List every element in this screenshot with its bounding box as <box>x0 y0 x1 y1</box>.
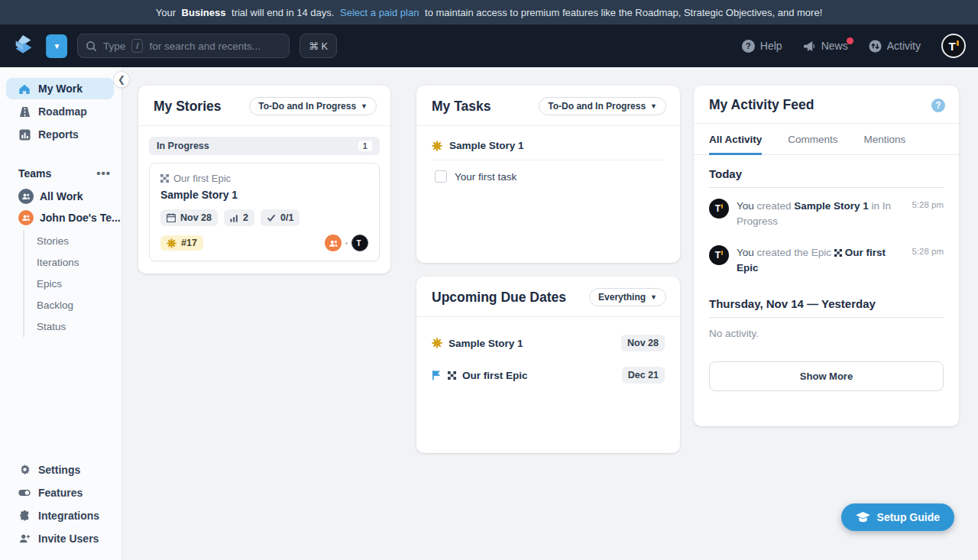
points-value: 2 <box>243 212 248 223</box>
caret-down-icon: ▼ <box>650 102 657 110</box>
house-icon <box>18 83 31 95</box>
tasks-value: 0/1 <box>280 212 293 223</box>
story-id-badge[interactable]: #17 <box>160 235 203 251</box>
banner-text-mid: trial will end in 14 days. <box>228 7 337 18</box>
sidebar-item-john-does-team[interactable]: John Doe's Te... <box>0 207 121 228</box>
my-tasks-card: My Tasks To-Do and In Progress ▼ Sample … <box>416 86 680 263</box>
setup-guide-button[interactable]: Setup Guide <box>841 503 954 531</box>
news-menu[interactable]: News <box>803 40 848 52</box>
megaphone-icon <box>803 40 816 52</box>
activity-menu[interactable]: Activity <box>869 40 921 53</box>
due-dates-header: Upcoming Due Dates Everything ▼ <box>416 277 680 317</box>
tasks-chip[interactable]: 0/1 <box>261 209 300 226</box>
sidebar-item-reports[interactable]: Reports <box>6 124 114 145</box>
due-row-label: Our first Epic <box>462 370 528 381</box>
story-icon <box>432 338 442 348</box>
card-title: My Stories <box>154 99 222 115</box>
avatar-accent-mark <box>957 40 959 46</box>
shortcut-logo-icon[interactable] <box>12 34 35 58</box>
toggle-icon <box>18 489 31 497</box>
in-progress-group-header[interactable]: In Progress 1 <box>149 137 380 155</box>
dashboard-main: My Stories To-Do and In Progress ▼ In Pr… <box>122 67 978 560</box>
feed-subject-link[interactable]: Sample Story 1 <box>794 200 869 212</box>
user-avatar[interactable]: T <box>941 34 966 58</box>
top-navbar: Create Story ▼ Type / for search and rec… <box>0 24 978 67</box>
story-epic-line: Our first Epic <box>160 173 368 184</box>
help-menu[interactable]: ? Help <box>742 40 782 53</box>
all-work-avatar <box>18 189 34 204</box>
select-paid-plan-link[interactable]: Select a paid plan <box>340 7 419 18</box>
tasks-filter-dropdown[interactable]: To-Do and In Progress ▼ <box>539 97 666 115</box>
tasks-body: Sample Story 1 Your first task <box>416 126 680 196</box>
due-date-badge: Dec 21 <box>622 367 665 384</box>
search-icon <box>86 40 97 52</box>
tab-comments[interactable]: Comments <box>788 124 837 155</box>
no-activity-text: No activity. <box>709 318 944 349</box>
sidebar-item-label: Reports <box>38 128 79 141</box>
team-links-list: Stories Iterations Epics Backlog Status <box>23 230 121 337</box>
group-label: In Progress <box>157 141 209 151</box>
feed-avatar: T <box>709 245 729 265</box>
my-stories-header: My Stories To-Do and In Progress ▼ <box>138 86 390 126</box>
team-avatar <box>18 210 34 225</box>
my-tasks-header: My Tasks To-Do and In Progress ▼ <box>416 86 680 126</box>
teams-more-icon[interactable]: ••• <box>96 167 111 180</box>
feed-actor: You <box>737 247 754 258</box>
epic-icon <box>160 174 169 183</box>
feed-item[interactable]: T You created Sample Story 1 in In Progr… <box>709 188 944 235</box>
sidebar-item-integrations[interactable]: Integrations <box>6 505 114 526</box>
sidebar-item-stories[interactable]: Stories <box>24 230 121 251</box>
due-row-story[interactable]: Sample Story 1 Nov 28 <box>432 327 665 359</box>
avatar-initial: T <box>356 239 361 248</box>
due-row-epic[interactable]: Our first Epic Dec 21 <box>432 359 665 391</box>
sidebar-collapse-button[interactable]: ❮ <box>113 71 130 88</box>
tab-mentions[interactable]: Mentions <box>864 124 906 155</box>
activity-tabs: All Activity Comments Mentions <box>694 124 959 155</box>
story-card[interactable]: Our first Epic Sample Story 1 Nov 28 2 0… <box>149 163 380 261</box>
due-date-chip[interactable]: Nov 28 <box>160 209 218 226</box>
feed-item[interactable]: T You created the Epic Our first Epic 5:… <box>709 235 944 281</box>
create-story-dropdown-button[interactable]: ▼ <box>46 34 67 58</box>
requester-avatar[interactable] <box>325 235 342 251</box>
owner-avatar[interactable]: T <box>351 235 368 251</box>
points-chip[interactable]: 2 <box>224 209 254 226</box>
caret-down-icon: ▼ <box>361 102 368 110</box>
sidebar-item-features[interactable]: Features <box>6 482 114 503</box>
create-story-split-button: Create Story ▼ <box>46 34 67 58</box>
trial-banner: Your Business trial will end in 14 days.… <box>0 0 978 24</box>
search-input[interactable]: Type / for search and recents... <box>77 34 290 58</box>
sidebar-item-epics[interactable]: Epics <box>24 273 121 294</box>
sidebar-item-all-work[interactable]: All Work <box>0 186 121 207</box>
sidebar-item-my-work[interactable]: My Work <box>6 78 114 99</box>
task-story-link[interactable]: Sample Story 1 <box>432 129 665 160</box>
stories-filter-dropdown[interactable]: To-Do and In Progress ▼ <box>249 97 377 115</box>
cmd-k-shortcut-badge[interactable]: ⌘ K <box>300 34 337 58</box>
sidebar-bottom-group: Settings Features Integrations Invite Us… <box>0 459 121 560</box>
group-count-badge: 1 <box>358 141 372 151</box>
tab-all-activity[interactable]: All Activity <box>709 124 762 155</box>
sidebar-item-roadmap[interactable]: Roadmap <box>6 101 114 122</box>
invite-user-icon <box>18 533 31 544</box>
due-filter-value: Everything <box>598 292 646 303</box>
task-row[interactable]: Your first task <box>432 160 665 193</box>
sidebar-spacer <box>0 337 121 459</box>
road-icon <box>18 106 31 118</box>
feed-help-icon[interactable]: ? <box>931 99 945 112</box>
sidebar-item-status[interactable]: Status <box>24 316 121 337</box>
sidebar-item-backlog[interactable]: Backlog <box>24 294 121 316</box>
task-checkbox[interactable] <box>435 170 447 183</box>
graduation-cap-icon <box>856 512 870 523</box>
activity-arrows-icon <box>869 40 882 53</box>
team-label: John Doe's Te... <box>40 212 121 224</box>
show-more-button[interactable]: Show More <box>709 361 944 391</box>
sidebar-item-label: Roadmap <box>38 105 87 118</box>
due-filter-dropdown[interactable]: Everything ▼ <box>589 288 666 306</box>
calendar-icon <box>167 213 176 222</box>
caret-down-icon: ▼ <box>53 42 61 50</box>
left-sidebar: ❮ My Work Roadmap Reports Teams ••• All … <box>0 67 122 560</box>
my-stories-card: My Stories To-Do and In Progress ▼ In Pr… <box>138 86 390 274</box>
sidebar-item-invite-users[interactable]: Invite Users <box>6 528 114 549</box>
sidebar-item-iterations[interactable]: Iterations <box>24 251 121 273</box>
sidebar-item-settings[interactable]: Settings <box>6 459 114 481</box>
due-row-label: Sample Story 1 <box>449 338 523 349</box>
